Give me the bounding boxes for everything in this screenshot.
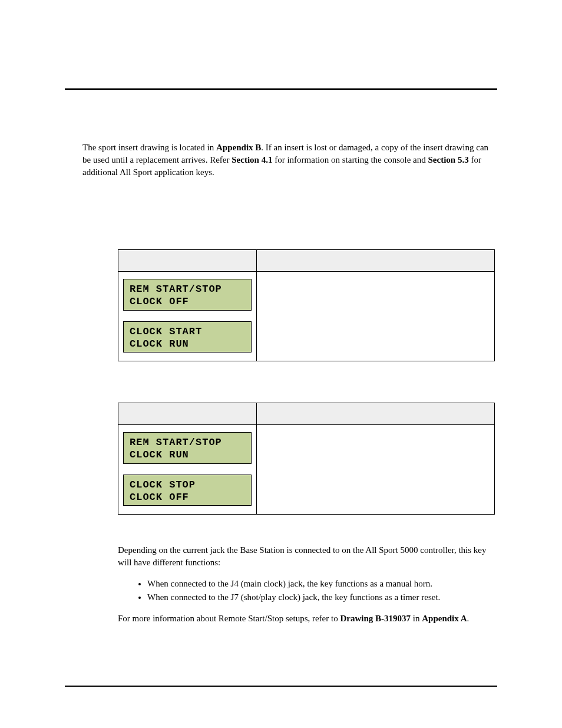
body-paragraph: For more information about Remote Start/… xyxy=(118,612,495,625)
table-header-left xyxy=(118,403,257,425)
intro-text: for information on starting the console … xyxy=(272,155,428,164)
lcd-table-1: REM START/STOP CLOCK OFF CLOCK START CLO… xyxy=(118,249,495,361)
table-row xyxy=(118,403,495,425)
description-cell xyxy=(257,425,495,515)
page-content: The sport insert drawing is located in A… xyxy=(0,0,562,669)
body-section: Depending on the current jack the Base S… xyxy=(118,544,495,625)
lcd-line: CLOCK RUN xyxy=(130,338,189,350)
top-rule xyxy=(65,88,497,90)
lcd-line: REM START/STOP xyxy=(130,284,222,295)
table-row: REM START/STOP CLOCK RUN CLOCK STOP CLOC… xyxy=(118,425,495,515)
lcd-line: CLOCK START xyxy=(130,326,202,337)
table-row: REM START/STOP CLOCK OFF CLOCK START CLO… xyxy=(118,272,495,361)
table-header-left xyxy=(118,250,257,272)
lcd-table-2: REM START/STOP CLOCK RUN CLOCK STOP CLOC… xyxy=(118,403,495,515)
description-cell xyxy=(257,272,495,361)
table-header-right xyxy=(257,250,495,272)
list-item: When connected to the J4 (main clock) ja… xyxy=(147,578,495,590)
body-bold-appendix-a: Appendix A xyxy=(422,614,467,623)
body-bold-drawing: Drawing B-319037 xyxy=(340,614,411,623)
body-text: For more information about Remote Start/… xyxy=(118,614,340,623)
intro-paragraph: The sport insert drawing is located in A… xyxy=(82,141,497,179)
lcd-line: CLOCK STOP xyxy=(130,479,196,490)
bottom-rule xyxy=(65,686,497,687)
intro-bold-section-53: Section 5.3 xyxy=(428,155,469,164)
intro-text: The sport insert drawing is located in xyxy=(82,143,216,152)
lcd-display: REM START/STOP CLOCK OFF xyxy=(123,279,252,311)
list-item: When connected to the J7 (shot/play cloc… xyxy=(147,591,495,604)
lcd-display: CLOCK STOP CLOCK OFF xyxy=(123,475,252,506)
intro-bold-appendix-b: Appendix B xyxy=(216,143,261,152)
lcd-line: CLOCK OFF xyxy=(130,492,189,503)
table-row xyxy=(118,250,495,272)
body-text: . xyxy=(467,614,470,623)
table-header-right xyxy=(257,403,495,425)
lcd-line: REM START/STOP xyxy=(130,437,222,448)
lcd-line: CLOCK RUN xyxy=(130,449,189,460)
body-text: in xyxy=(411,614,422,623)
lcd-line: CLOCK OFF xyxy=(130,296,189,307)
intro-bold-section-41: Section 4.1 xyxy=(232,155,272,164)
lcd-cell: REM START/STOP CLOCK RUN CLOCK STOP CLOC… xyxy=(118,425,257,515)
lcd-display: CLOCK START CLOCK RUN xyxy=(123,321,252,353)
body-paragraph: Depending on the current jack the Base S… xyxy=(118,544,495,569)
lcd-cell: REM START/STOP CLOCK OFF CLOCK START CLO… xyxy=(118,272,257,361)
body-list: When connected to the J4 (main clock) ja… xyxy=(135,578,495,604)
lcd-display: REM START/STOP CLOCK RUN xyxy=(123,432,252,464)
